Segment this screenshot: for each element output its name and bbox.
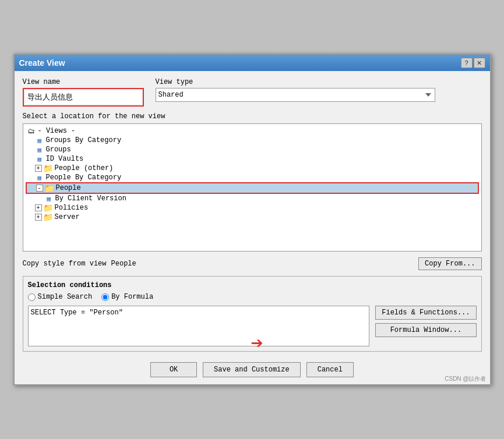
copy-style-value: People	[111, 260, 136, 268]
tree-item-label: By Client Version	[55, 194, 126, 203]
view-type-group: View type Shared Private Shared Private …	[156, 78, 435, 102]
view-icon-1: ▦	[35, 136, 44, 144]
tree-item-groups[interactable]: ▦ Groups	[26, 145, 479, 154]
title-bar-buttons: ? ✕	[461, 58, 485, 68]
tree-item-id-vaults[interactable]: ▦ ID Vaults	[26, 154, 479, 164]
save-customize-button[interactable]: Save and Customize	[203, 362, 301, 377]
formula-window-button[interactable]: Formula Window...	[375, 323, 476, 337]
arrow-indicator: ➔	[251, 334, 263, 355]
tree-item-label: Server	[55, 213, 80, 221]
bottom-buttons: ➔ OK Save and Customize Cancel	[23, 357, 482, 377]
folder-icon-2: 📁	[45, 184, 54, 192]
tree-item-root[interactable]: 🗂 - Views -	[26, 126, 479, 136]
radio-row: Simple Search By Formula	[28, 293, 477, 301]
tree-item-policies[interactable]: + 📁 Policies	[26, 203, 479, 213]
copy-style-label: Copy style from view	[23, 260, 107, 268]
fields-functions-button[interactable]: Fields & Functions...	[375, 306, 476, 320]
view-icon-3: ▦	[35, 155, 44, 163]
radio-simple-search-input[interactable]	[28, 293, 36, 301]
tree-location-label: Select a location for the new view	[23, 112, 482, 121]
radio-by-formula-label: By Formula	[111, 293, 153, 301]
tree-item-people-other[interactable]: + 📁 People (other)	[26, 164, 479, 173]
radio-by-formula[interactable]: By Formula	[101, 293, 153, 301]
tree-panel[interactable]: 🗂 - Views - ▦ Groups By Category ▦ Group…	[23, 123, 482, 252]
view-name-group: View name	[23, 78, 144, 107]
radio-simple-search-label: Simple Search	[38, 293, 93, 301]
radio-by-formula-input[interactable]	[101, 293, 109, 301]
ok-button[interactable]: OK	[150, 362, 197, 377]
view-name-label: View name	[23, 78, 144, 86]
tree-item-people-by-category[interactable]: ▦ People By Category	[26, 173, 479, 182]
tree-item-label: ID Vaults	[46, 155, 84, 163]
tree-item-label: Groups	[46, 146, 71, 154]
close-button[interactable]: ✕	[474, 58, 485, 68]
tree-item-server[interactable]: + 📁 Server	[26, 213, 479, 222]
copy-style-row: Copy style from view People Copy From...	[23, 257, 482, 270]
create-view-dialog: Create View ? ✕ View name View type Shar…	[13, 54, 491, 385]
tree-item-label: People	[56, 184, 81, 192]
view-name-box	[23, 88, 144, 107]
copy-from-button[interactable]: Copy From...	[418, 257, 481, 270]
dialog-title: Create View	[19, 58, 65, 68]
tree-item-label: People (other)	[55, 164, 114, 172]
tree-item-root-label: - Views -	[38, 127, 76, 135]
root-icon: 🗂	[27, 127, 36, 135]
form-top-row: View name View type Shared Private Share…	[23, 78, 482, 107]
view-icon-5: ▦	[44, 194, 54, 203]
radio-simple-search[interactable]: Simple Search	[28, 293, 93, 301]
view-type-label: View type	[156, 78, 435, 86]
watermark: CSDN @以作者	[445, 375, 486, 383]
formula-textarea[interactable]: SELECT Type = "Person"	[28, 306, 370, 346]
tree-item-label: Policies	[55, 204, 89, 212]
view-type-select[interactable]: Shared Private Shared Private on first u…	[156, 88, 435, 102]
expand-btn-people-other[interactable]: +	[35, 165, 42, 172]
dialog-body: View name View type Shared Private Share…	[15, 71, 490, 384]
view-icon-4: ▦	[35, 174, 44, 182]
formula-buttons: Fields & Functions... Formula Window...	[375, 306, 476, 346]
tree-item-people[interactable]: - 📁 People	[26, 182, 479, 194]
tree-item-label: People By Category	[46, 174, 122, 182]
cancel-button[interactable]: Cancel	[306, 362, 354, 377]
tree-item-by-client-version[interactable]: ▦ By Client Version	[26, 194, 479, 203]
folder-icon-4: 📁	[44, 213, 53, 221]
expand-btn-people[interactable]: -	[36, 185, 43, 192]
view-name-input[interactable]	[25, 90, 142, 104]
view-icon-2: ▦	[35, 146, 44, 154]
help-button[interactable]: ?	[461, 58, 473, 68]
tree-item-groups-by-category[interactable]: ▦ Groups By Category	[26, 136, 479, 145]
tree-item-label: Groups By Category	[46, 136, 122, 144]
selection-title: Selection conditions	[28, 281, 477, 289]
folder-icon-1: 📁	[44, 164, 53, 172]
expand-btn-server[interactable]: +	[35, 214, 42, 221]
folder-icon-3: 📁	[44, 204, 53, 212]
title-bar: Create View ? ✕	[15, 55, 490, 71]
expand-btn-policies[interactable]: +	[35, 204, 42, 211]
